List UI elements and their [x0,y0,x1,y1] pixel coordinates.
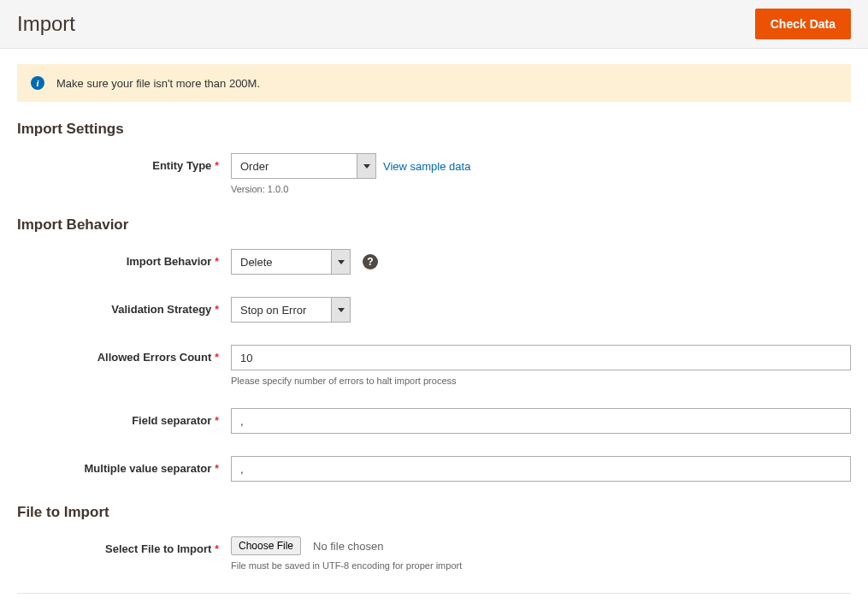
row-entity-type: Entity Type* Order View sample data Vers… [17,153,851,194]
required-marker: * [215,543,219,555]
chevron-down-icon [357,154,375,178]
label-import-behavior: Import Behavior* [17,249,231,268]
required-marker: * [215,463,219,475]
label-multi-separator: Multiple value separator* [17,456,231,475]
label-field-separator: Field separator* [17,408,231,427]
label-allowed-errors: Allowed Errors Count* [17,345,231,364]
entity-type-version: Version: 1.0.0 [231,184,851,194]
file-size-alert: i Make sure your file isn't more than 20… [17,64,851,102]
import-behavior-value: Delete [232,250,331,274]
view-sample-data-link[interactable]: View sample data [383,160,470,173]
required-marker: * [215,304,219,316]
page-header: Import Check Data [0,0,868,49]
section-import-behavior: Import Behavior [17,216,851,234]
required-marker: * [215,256,219,268]
label-entity-type: Entity Type* [17,153,231,172]
required-marker: * [215,352,219,364]
page-title: Import [17,12,75,36]
allowed-errors-help: Please specify number of errors to halt … [231,376,851,386]
row-multi-separator: Multiple value separator* [17,456,851,482]
chevron-down-icon [331,250,350,274]
entity-type-select[interactable]: Order [231,153,376,179]
page-content: i Make sure your file isn't more than 20… [0,64,868,604]
row-field-separator: Field separator* [17,408,851,434]
section-file-to-import: File to Import [17,504,851,521]
field-separator-input[interactable] [231,408,851,434]
info-icon: i [31,76,44,90]
file-status: No file chosen [313,540,383,553]
entity-type-value: Order [232,154,357,178]
chevron-down-icon [331,298,350,322]
row-import-behavior: Import Behavior* Delete ? [17,249,851,275]
alert-message: Make sure your file isn't more than 200M… [56,77,260,90]
required-marker: * [215,415,219,427]
select-file-help: File must be saved in UTF-8 encoding for… [231,560,851,571]
row-validation-strategy: Validation Strategy* Stop on Error [17,297,851,323]
validation-strategy-select[interactable]: Stop on Error [231,297,351,323]
choose-file-button[interactable]: Choose File [231,536,301,555]
label-validation-strategy: Validation Strategy* [17,297,231,316]
multi-separator-input[interactable] [231,456,851,482]
help-icon[interactable]: ? [363,254,378,269]
allowed-errors-input[interactable] [231,345,851,370]
import-behavior-select[interactable]: Delete [231,249,351,275]
row-allowed-errors: Allowed Errors Count* Please specify num… [17,345,851,386]
divider [17,593,851,594]
validation-strategy-value: Stop on Error [232,298,331,322]
row-select-file: Select File to Import* Choose File No fi… [17,536,851,571]
required-marker: * [215,160,219,172]
label-select-file: Select File to Import* [17,536,231,555]
section-import-settings: Import Settings [17,121,851,138]
check-data-button[interactable]: Check Data [755,9,851,39]
